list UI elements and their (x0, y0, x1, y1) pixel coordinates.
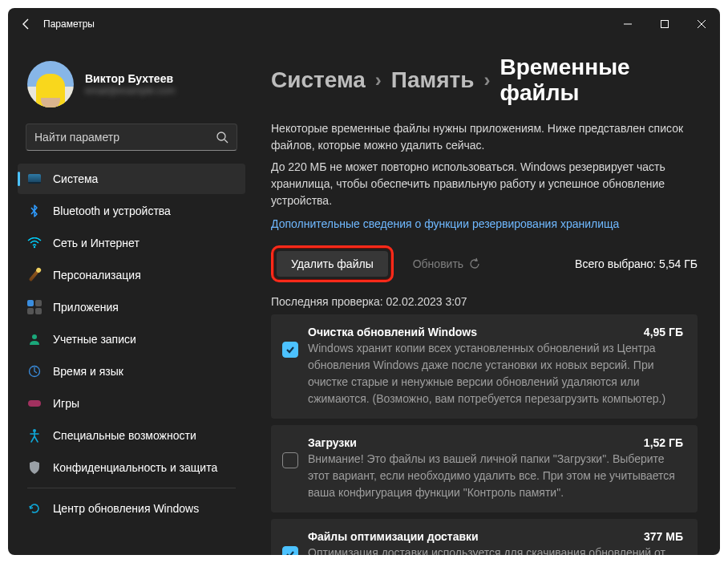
nav-apps[interactable]: Приложения (18, 292, 245, 322)
svg-point-4 (217, 132, 225, 140)
nav-label: Специальные возможности (53, 429, 196, 442)
nav-label: Игры (53, 397, 79, 410)
search-box[interactable] (26, 124, 237, 151)
titlebar: Параметры (8, 8, 720, 40)
nav-label: Система (53, 172, 98, 185)
item-desc: Оптимизация доставки используется для ск… (308, 545, 683, 555)
checkbox[interactable] (282, 452, 298, 468)
item-desc: Windows хранит копии всех установленных … (308, 340, 683, 407)
content-area: Система › Память › Временные файлы Некот… (249, 40, 720, 555)
system-icon (27, 172, 42, 186)
separator (27, 488, 236, 488)
checkbox[interactable] (282, 546, 298, 555)
search-icon (216, 131, 229, 144)
profile-name: Виктор Бухтеев (85, 72, 175, 85)
page-title: Временные файлы (500, 55, 698, 106)
svg-rect-1 (661, 21, 669, 28)
crumb-system[interactable]: Система (271, 67, 366, 93)
svg-point-6 (34, 246, 35, 248)
checkbox[interactable] (282, 342, 298, 358)
accessibility-icon (27, 428, 42, 443)
nav-label: Время и язык (53, 365, 123, 378)
total-selected: Всего выбрано: 5,54 ГБ (575, 257, 698, 270)
search-input[interactable] (34, 131, 216, 144)
refresh-label: Обновить (413, 257, 463, 270)
brush-icon (27, 268, 42, 282)
refresh-icon (468, 257, 481, 270)
nav-accessibility[interactable]: Специальные возможности (18, 420, 245, 451)
nav-label: Bluetooth и устройства (53, 205, 171, 217)
shield-icon (27, 460, 42, 475)
avatar (27, 61, 74, 107)
profile-email: email@example.com (85, 85, 175, 96)
last-check: Последняя проверка: 02.02.2023 3:07 (271, 295, 698, 308)
nav-label: Конфиденциальность и защита (53, 461, 217, 474)
svg-rect-9 (28, 400, 41, 407)
nav-label: Приложения (53, 301, 119, 314)
gamepad-icon (27, 396, 42, 411)
apps-icon (27, 300, 42, 314)
window-controls (609, 8, 720, 40)
nav-accounts[interactable]: Учетные записи (18, 324, 245, 354)
item-size: 1,52 ГБ (644, 436, 683, 449)
chevron-right-icon: › (375, 69, 382, 91)
maximize-button[interactable] (646, 8, 683, 40)
nav-gaming[interactable]: Игры (18, 388, 245, 419)
description-2: До 220 МБ не может повторно использовать… (271, 159, 698, 209)
svg-line-5 (224, 140, 228, 143)
settings-window: Параметры Виктор Бухтеев email@example.c… (8, 8, 720, 555)
item-title: Загрузки (308, 436, 357, 449)
breadcrumb: Система › Память › Временные файлы (271, 55, 698, 106)
item-title: Очистка обновлений Windows (308, 326, 477, 338)
close-button[interactable] (683, 8, 720, 40)
nav-label: Учетные записи (53, 333, 136, 346)
nav: Система Bluetooth и устройства Сеть и Ин… (18, 164, 245, 524)
refresh-button[interactable]: Обновить (413, 257, 481, 270)
chevron-right-icon: › (484, 69, 491, 91)
window-title: Параметры (43, 18, 95, 30)
nav-privacy[interactable]: Конфиденциальность и защита (18, 452, 245, 483)
nav-windows-update[interactable]: Центр обновления Windows (18, 493, 245, 524)
sidebar: Виктор Бухтеев email@example.com Система (8, 40, 249, 555)
item-desc: Внимание! Это файлы из вашей личной папк… (308, 451, 683, 501)
nav-label: Персонализация (53, 269, 141, 282)
highlight-annotation: Удалить файлы (271, 245, 394, 282)
description-1: Некоторые временные файлы нужны приложен… (271, 120, 698, 154)
nav-bluetooth[interactable]: Bluetooth и устройства (18, 196, 245, 226)
learn-more-link[interactable]: Дополнительные сведения о функции резерв… (271, 217, 619, 230)
nav-network[interactable]: Сеть и Интернет (18, 228, 245, 258)
back-button[interactable] (13, 10, 40, 38)
profile[interactable]: Виктор Бухтеев email@example.com (18, 48, 245, 122)
delete-files-button[interactable]: Удалить файлы (277, 251, 388, 277)
item-title: Файлы оптимизации доставки (308, 530, 479, 543)
bluetooth-icon (27, 204, 42, 218)
clock-globe-icon (27, 364, 42, 379)
nav-time-language[interactable]: Время и язык (18, 356, 245, 387)
temp-file-item[interactable]: Файлы оптимизации доставки 377 МБ Оптими… (271, 519, 698, 555)
svg-point-7 (32, 334, 37, 339)
item-size: 377 МБ (644, 530, 683, 543)
temp-file-item[interactable]: Загрузки 1,52 ГБ Внимание! Это файлы из … (271, 425, 698, 512)
wifi-icon (27, 236, 42, 250)
sync-icon (27, 501, 42, 516)
nav-label: Сеть и Интернет (53, 237, 140, 249)
action-row: Удалить файлы Обновить Всего выбрано: 5,… (271, 245, 698, 282)
nav-personalization[interactable]: Персонализация (18, 260, 245, 290)
crumb-storage[interactable]: Память (391, 67, 475, 93)
minimize-button[interactable] (609, 8, 646, 40)
temp-file-item[interactable]: Очистка обновлений Windows 4,95 ГБ Windo… (271, 314, 698, 419)
item-size: 4,95 ГБ (644, 326, 683, 338)
nav-system[interactable]: Система (18, 164, 245, 194)
person-icon (27, 332, 42, 346)
nav-label: Центр обновления Windows (53, 502, 199, 515)
